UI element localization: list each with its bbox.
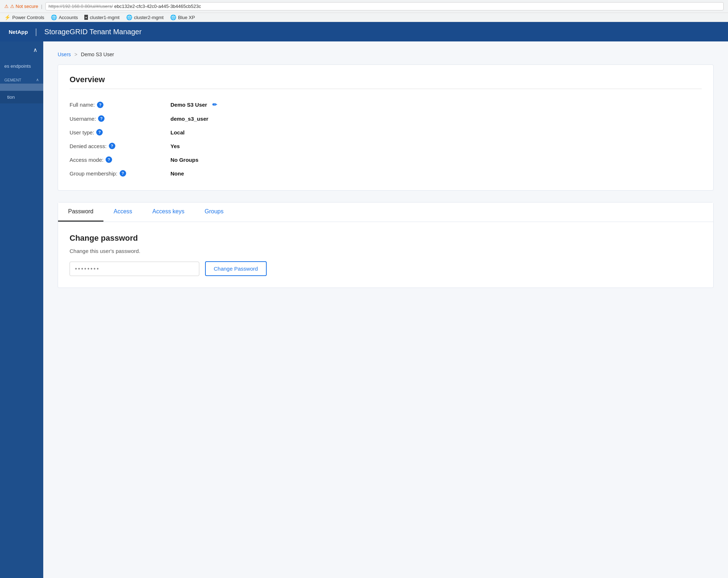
main-layout: ∧ es endpoints GEMENT ∧ tion Users > Dem… [0,41,728,578]
bookmark-blue-xp[interactable]: 🌐 Blue XP [170,14,195,20]
chevron-up-icon: ∧ [33,46,37,53]
breadcrumb-parent[interactable]: Users [58,52,71,57]
chevron-up-icon-section: ∧ [36,77,39,82]
overview-row-fullname: Full name: ? Demo S3 User ✏ [70,98,702,112]
overview-row-access-mode: Access mode: ? No Groups [70,153,702,166]
bookmark-accounts[interactable]: 🌐 Accounts [51,14,78,20]
help-icon-username[interactable]: ? [98,115,105,122]
overview-label-denied-access: Denied access: ? [70,143,170,149]
sidebar-item-endpoints[interactable]: es endpoints [0,58,43,74]
help-icon-group-membership[interactable]: ? [120,170,126,177]
sidebar-section-management: GEMENT ∧ [0,74,43,84]
overview-label-group-membership: Group membership: ? [70,170,170,177]
app-header: NetApp | StorageGRID Tenant Manager [0,22,728,41]
overview-label-fullname: Full name: ? [70,102,170,108]
main-content: Users > Demo S3 User Overview Full name:… [43,41,728,578]
divider: | [41,4,42,9]
password-row: Change Password [70,261,702,276]
url-highlight: ebc132e2-cfc3-42c0-a445-3b4465cb523c [114,4,201,9]
security-warning: ⚠ ⚠ Not secure [4,4,38,9]
overview-row-group-membership: Group membership: ? None [70,166,702,180]
globe-icon-accounts: 🌐 [51,14,57,20]
overview-row-usertype: User type: ? Local [70,125,702,139]
tabs-header: Password Access Access keys Groups [58,203,713,222]
overview-label-username: Username: ? [70,115,170,122]
overview-value-fullname: Demo S3 User ✏ [170,101,217,108]
tabs-container: Password Access Access keys Groups Chang… [58,202,714,288]
help-icon-access-mode[interactable]: ? [106,156,112,163]
help-icon-usertype[interactable]: ? [96,129,103,135]
change-password-desc: Change this user's password. [70,248,702,254]
overview-value-usertype: Local [170,129,185,135]
overview-label-usertype: User type: ? [70,129,170,135]
tab-content-password: Change password Change this user's passw… [58,222,713,288]
breadcrumb-current: Demo S3 User [81,52,114,57]
bookmark-power-controls[interactable]: ⚡ Power Controls [4,14,44,20]
overview-row-denied-access: Denied access: ? Yes [70,139,702,153]
bookmark-cluster1[interactable]: ▪ cluster1-mgmt [84,15,119,20]
grid-icon: ▪ [84,15,88,20]
sidebar-item-users[interactable] [0,84,43,91]
globe-icon-blue-xp: 🌐 [170,14,176,20]
sidebar-toggle[interactable]: ∧ [0,41,43,58]
help-icon-denied-access[interactable]: ? [109,143,115,149]
help-icon-fullname[interactable]: ? [97,102,103,108]
browser-chrome: ⚠ ⚠ Not secure | https://192.168.0.80/ui… [0,0,728,13]
overview-value-username: demo_s3_user [170,116,208,122]
bookmark-cluster2[interactable]: 🌐 cluster2-mgmt [126,14,164,20]
breadcrumb: Users > Demo S3 User [58,52,714,57]
tab-access-keys[interactable]: Access keys [142,203,195,222]
overview-card: Overview Full name: ? Demo S3 User ✏ Use… [58,65,714,191]
globe-icon-cluster2: 🌐 [126,14,132,20]
password-input[interactable] [70,262,199,276]
sidebar: ∧ es endpoints GEMENT ∧ tion [0,41,43,578]
header-separator: | [35,27,37,36]
overview-label-access-mode: Access mode: ? [70,156,170,163]
overview-value-denied-access: Yes [170,143,180,149]
power-icon: ⚡ [4,14,10,20]
edit-fullname-icon[interactable]: ✏ [212,102,217,108]
tab-groups[interactable]: Groups [195,203,234,222]
change-password-button[interactable]: Change Password [205,261,267,276]
url-strikethrough: https://192.168.0.80/ui/#/users/ [49,4,113,9]
overview-value-group-membership: None [170,170,184,177]
tab-access[interactable]: Access [103,203,142,222]
brand-name: NetApp [9,29,28,35]
change-password-title: Change password [70,234,702,243]
breadcrumb-separator: > [74,52,77,57]
app-title: StorageGRID Tenant Manager [44,28,142,36]
overview-row-username: Username: ? demo_s3_user [70,112,702,125]
bookmarks-bar: ⚡ Power Controls 🌐 Accounts ▪ cluster1-m… [0,13,728,22]
address-bar[interactable]: https://192.168.0.80/ui/#/users/ebc132e2… [45,2,724,10]
overview-value-access-mode: No Groups [170,157,199,163]
overview-title: Overview [70,75,702,89]
sidebar-item-misc[interactable]: tion [0,91,43,103]
tab-password[interactable]: Password [58,203,103,222]
